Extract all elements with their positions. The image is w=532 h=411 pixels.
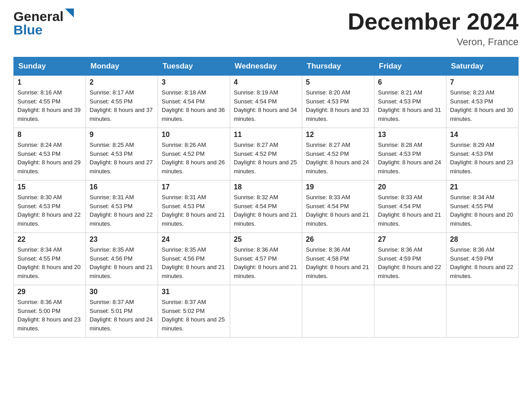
calendar-day-cell: 11 Sunrise: 8:27 AMSunset: 4:52 PMDaylig… [230,128,302,180]
calendar-day-cell: 18 Sunrise: 8:32 AMSunset: 4:54 PMDaylig… [230,180,302,233]
weekday-header-wednesday: Wednesday [230,57,302,76]
weekday-header-thursday: Thursday [302,57,374,76]
day-info: Sunrise: 8:30 AMSunset: 4:53 PMDaylight:… [17,193,82,228]
calendar-day-cell: 24 Sunrise: 8:35 AMSunset: 4:56 PMDaylig… [158,233,230,285]
calendar-day-cell: 4 Sunrise: 8:19 AMSunset: 4:54 PMDayligh… [230,76,302,128]
logo-general-text: General [13,9,64,24]
calendar-week-row: 29 Sunrise: 8:36 AMSunset: 5:00 PMDaylig… [14,285,519,338]
weekday-header-friday: Friday [374,57,446,76]
calendar-day-cell: 13 Sunrise: 8:28 AMSunset: 4:53 PMDaylig… [374,128,446,180]
calendar-day-cell [230,285,302,338]
day-number: 24 [162,235,226,244]
day-number: 26 [306,235,370,244]
calendar-day-cell [374,285,446,338]
month-title: December 2024 [348,9,519,34]
day-info: Sunrise: 8:33 AMSunset: 4:54 PMDaylight:… [378,193,442,228]
day-number: 29 [17,288,82,296]
day-number: 27 [378,235,442,244]
calendar-day-cell: 14 Sunrise: 8:29 AMSunset: 4:53 PMDaylig… [446,128,519,180]
weekday-header-monday: Monday [86,57,158,76]
day-info: Sunrise: 8:31 AMSunset: 4:53 PMDaylight:… [90,193,154,228]
weekday-header-tuesday: Tuesday [158,57,230,76]
calendar-day-cell: 7 Sunrise: 8:23 AMSunset: 4:53 PMDayligh… [446,76,519,128]
day-info: Sunrise: 8:36 AMSunset: 4:59 PMDaylight:… [450,245,515,280]
title-block: December 2024 Veron, France [348,9,519,48]
calendar-day-cell: 8 Sunrise: 8:24 AMSunset: 4:53 PMDayligh… [14,128,86,180]
day-number: 21 [450,183,515,191]
day-info: Sunrise: 8:28 AMSunset: 4:53 PMDaylight:… [378,141,442,176]
weekday-header-row: SundayMondayTuesdayWednesdayThursdayFrid… [14,57,519,76]
day-number: 7 [450,78,515,86]
page-header: General Blue December 2024 Veron, France [13,9,519,48]
day-number: 19 [306,183,370,191]
calendar-day-cell: 3 Sunrise: 8:18 AMSunset: 4:54 PMDayligh… [158,76,230,128]
calendar-day-cell: 23 Sunrise: 8:35 AMSunset: 4:56 PMDaylig… [86,233,158,285]
calendar-day-cell [302,285,374,338]
logo: General Blue [13,9,74,38]
day-info: Sunrise: 8:29 AMSunset: 4:53 PMDaylight:… [450,141,515,176]
calendar-week-row: 1 Sunrise: 8:16 AMSunset: 4:55 PMDayligh… [14,76,519,128]
day-info: Sunrise: 8:36 AMSunset: 5:00 PMDaylight:… [17,298,82,333]
calendar-day-cell: 16 Sunrise: 8:31 AMSunset: 4:53 PMDaylig… [86,180,158,233]
day-number: 17 [162,183,226,191]
day-number: 30 [90,288,154,296]
calendar-day-cell: 22 Sunrise: 8:34 AMSunset: 4:55 PMDaylig… [14,233,86,285]
calendar-day-cell: 9 Sunrise: 8:25 AMSunset: 4:53 PMDayligh… [86,128,158,180]
day-number: 22 [17,235,82,244]
day-number: 16 [90,183,154,191]
weekday-header-saturday: Saturday [446,57,519,76]
calendar-day-cell: 12 Sunrise: 8:27 AMSunset: 4:52 PMDaylig… [302,128,374,180]
calendar-table: SundayMondayTuesdayWednesdayThursdayFrid… [13,57,519,338]
calendar-day-cell: 10 Sunrise: 8:26 AMSunset: 4:52 PMDaylig… [158,128,230,180]
day-number: 1 [17,78,82,86]
calendar-day-cell: 15 Sunrise: 8:30 AMSunset: 4:53 PMDaylig… [14,180,86,233]
calendar-day-cell: 21 Sunrise: 8:34 AMSunset: 4:55 PMDaylig… [446,180,519,233]
day-info: Sunrise: 8:24 AMSunset: 4:53 PMDaylight:… [17,141,82,176]
day-number: 8 [17,131,82,139]
day-info: Sunrise: 8:21 AMSunset: 4:53 PMDaylight:… [378,88,442,123]
calendar-day-cell: 19 Sunrise: 8:33 AMSunset: 4:54 PMDaylig… [302,180,374,233]
day-info: Sunrise: 8:25 AMSunset: 4:53 PMDaylight:… [90,141,154,176]
calendar-day-cell: 31 Sunrise: 8:37 AMSunset: 5:02 PMDaylig… [158,285,230,338]
calendar-week-row: 22 Sunrise: 8:34 AMSunset: 4:55 PMDaylig… [14,233,519,285]
day-number: 14 [450,131,515,139]
day-number: 5 [306,78,370,86]
location-text: Veron, France [348,36,519,48]
calendar-day-cell: 5 Sunrise: 8:20 AMSunset: 4:53 PMDayligh… [302,76,374,128]
calendar-week-row: 15 Sunrise: 8:30 AMSunset: 4:53 PMDaylig… [14,180,519,233]
calendar-day-cell: 27 Sunrise: 8:36 AMSunset: 4:59 PMDaylig… [374,233,446,285]
day-number: 2 [90,78,154,86]
day-number: 18 [234,183,298,191]
day-info: Sunrise: 8:32 AMSunset: 4:54 PMDaylight:… [234,193,298,228]
day-number: 20 [378,183,442,191]
calendar-day-cell: 29 Sunrise: 8:36 AMSunset: 5:00 PMDaylig… [14,285,86,338]
day-info: Sunrise: 8:17 AMSunset: 4:55 PMDaylight:… [90,88,154,123]
day-number: 3 [162,78,226,86]
calendar-day-cell: 6 Sunrise: 8:21 AMSunset: 4:53 PMDayligh… [374,76,446,128]
calendar-day-cell: 30 Sunrise: 8:37 AMSunset: 5:01 PMDaylig… [86,285,158,338]
calendar-day-cell: 28 Sunrise: 8:36 AMSunset: 4:59 PMDaylig… [446,233,519,285]
day-info: Sunrise: 8:23 AMSunset: 4:53 PMDaylight:… [450,88,515,123]
day-info: Sunrise: 8:33 AMSunset: 4:54 PMDaylight:… [306,193,370,228]
logo-triangle-icon [65,9,74,17]
day-number: 13 [378,131,442,139]
day-number: 4 [234,78,298,86]
day-number: 11 [234,131,298,139]
day-info: Sunrise: 8:27 AMSunset: 4:52 PMDaylight:… [234,141,298,176]
day-number: 28 [450,235,515,244]
day-number: 15 [17,183,82,191]
day-info: Sunrise: 8:37 AMSunset: 5:01 PMDaylight:… [90,298,154,333]
logo-blue-text: Blue [13,22,43,38]
day-info: Sunrise: 8:34 AMSunset: 4:55 PMDaylight:… [450,193,515,228]
calendar-week-row: 8 Sunrise: 8:24 AMSunset: 4:53 PMDayligh… [14,128,519,180]
day-info: Sunrise: 8:36 AMSunset: 4:58 PMDaylight:… [306,245,370,280]
calendar-day-cell: 17 Sunrise: 8:31 AMSunset: 4:53 PMDaylig… [158,180,230,233]
day-info: Sunrise: 8:26 AMSunset: 4:52 PMDaylight:… [162,141,226,176]
calendar-day-cell: 20 Sunrise: 8:33 AMSunset: 4:54 PMDaylig… [374,180,446,233]
weekday-header-sunday: Sunday [14,57,86,76]
day-number: 25 [234,235,298,244]
day-number: 31 [162,288,226,296]
day-info: Sunrise: 8:19 AMSunset: 4:54 PMDaylight:… [234,88,298,123]
day-number: 10 [162,131,226,139]
day-info: Sunrise: 8:16 AMSunset: 4:55 PMDaylight:… [17,88,82,123]
